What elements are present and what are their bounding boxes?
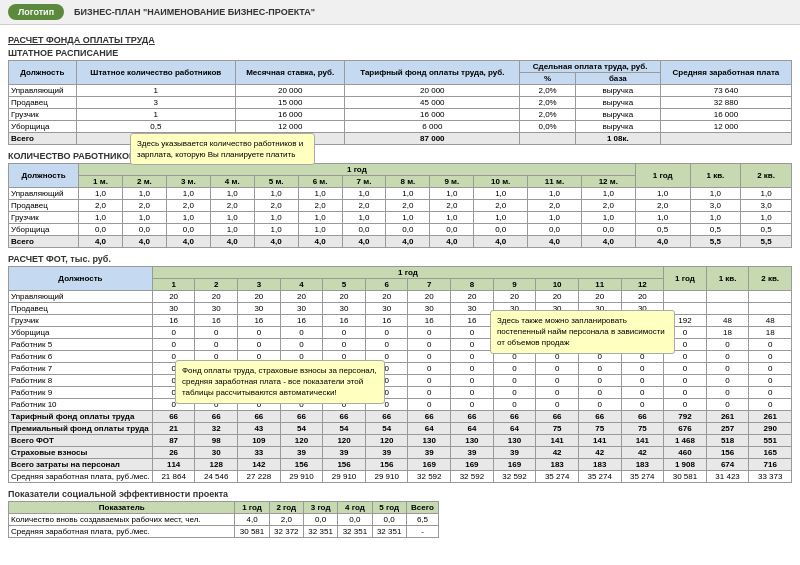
col-position: Должность	[9, 61, 77, 85]
premium-fund-row: Премиальный фонд оплаты труда 2132435454…	[9, 423, 792, 435]
total-row: Всего87 0001 08к.	[9, 133, 792, 145]
avg-salary-row: Средняя заработная плата, руб./мес. 21 8…	[9, 471, 792, 483]
fot-year1-header: 1 год	[152, 267, 663, 279]
annotation3: Фонд оплаты труда, страховые взносы за п…	[175, 360, 385, 404]
fot-col-q2: 2 кв.	[749, 267, 792, 291]
doc-title: БИЗНЕС-ПЛАН "НАИМЕНОВАНИЕ БИЗНЕС-ПРОЕКТА…	[74, 7, 315, 17]
ind-col-y2: 2 год	[269, 502, 303, 514]
section1-title: ШТАТНОЕ РАСПИСАНИЕ	[8, 48, 792, 58]
total-row: Всего 4,04,04,04,04,04,0 4,04,04,04,04,0…	[9, 236, 792, 248]
table-row: Количество вновь создаваемых рабочих мес…	[9, 514, 439, 526]
col-piecework: Сдельная оплата труда, руб.	[520, 61, 660, 73]
ind-col-y3: 3 год	[303, 502, 337, 514]
col-pos3: Должность	[9, 267, 153, 291]
table-row: Управляющий120 00020 0002,0%выручка73 64…	[9, 85, 792, 97]
table-row: Продавец 2,02,02,02,02,02,0 2,02,02,02,0…	[9, 200, 792, 212]
col-pct: %	[520, 73, 575, 85]
col-base: база	[575, 73, 660, 85]
year1-header: 1 год	[79, 164, 636, 176]
col-staff-count: Штатное количество работников	[76, 61, 236, 85]
main-content: РАСЧЕТ ФОНДА ОПЛАТЫ ТРУДА ШТАТНОЕ РАСПИС…	[0, 25, 800, 544]
annotation1: Здесь указывается количество работников …	[130, 133, 315, 165]
table-row: Управляющий 1,01,01,01,01,01,0 1,01,01,0…	[9, 188, 792, 200]
page-title: РАСЧЕТ ФОНДА ОПЛАТЫ ТРУДА	[8, 35, 792, 45]
col-q1: 1 кв.	[690, 164, 741, 188]
table-row: Работник 7 000000 000000 000	[9, 363, 792, 375]
workers-count-table: Должность 1 год 1 год 1 кв. 2 кв. 1 м.2 …	[8, 163, 792, 248]
top-bar: Логотип БИЗНЕС-ПЛАН "НАИМЕНОВАНИЕ БИЗНЕС…	[0, 0, 800, 25]
section4-title: Показатели социальной эффективности прое…	[8, 489, 792, 499]
table-row: Грузчик 1,01,01,01,01,01,0 1,01,01,01,01…	[9, 212, 792, 224]
ind-col-y4: 4 год	[338, 502, 372, 514]
section2-title: КОЛИЧЕСТВО РАБОТНИКОВ, чел.	[8, 151, 792, 161]
tariff-fund-row: Тарифный фонд оплаты труда 666666666666 …	[9, 411, 792, 423]
col-year1: 1 год	[635, 164, 690, 188]
col-tariff-fund: Тарифный фонд оплаты труда, руб.	[345, 61, 520, 85]
annotation2: Здесь также можно запланировать постепен…	[490, 310, 675, 354]
ind-col-indicator: Показатель	[9, 502, 235, 514]
col-avg-salary: Средняя заработная плата	[660, 61, 791, 85]
col-pos2: Должность	[9, 164, 79, 188]
total-staff-costs-row: Всего затраты на персонал 11412814215615…	[9, 459, 792, 471]
table-row: Грузчик116 00016 0002,0%выручка16 000	[9, 109, 792, 121]
col-monthly-rate: Месячная ставка, руб.	[236, 61, 345, 85]
ind-col-y1: 1 год	[235, 502, 269, 514]
table-row: Работник 10 000000 000000 000	[9, 399, 792, 411]
fot-col-year1: 1 год	[664, 267, 707, 291]
table-row: Уборщица 0,00,00,01,01,01,0 0,00,00,00,0…	[9, 224, 792, 236]
table-row: Управляющий 202020202020 202020202020	[9, 291, 792, 303]
table-row: Работник 8 000000 000000 000	[9, 375, 792, 387]
table-row: Уборщица0,512 0006 0000,0%выручка12 000	[9, 121, 792, 133]
table-row: Средняя заработная плата, руб./мес. 30 5…	[9, 526, 439, 538]
fot-table: Должность 1 год 1 год 1 кв. 2 кв. 123 45…	[8, 266, 792, 483]
col-q2: 2 кв.	[741, 164, 792, 188]
insurance-row: Страховые взносы 263033393939 3939394242…	[9, 447, 792, 459]
fot-col-q1: 1 кв.	[706, 267, 749, 291]
table-row: Продавец315 00045 0002,0%выручка32 880	[9, 97, 792, 109]
total-fot-row: Всего ФОТ 8798109120120120 1301301301411…	[9, 435, 792, 447]
indicators-table: Показатель 1 год 2 год 3 год 4 год 5 год…	[8, 501, 439, 538]
ind-col-y5: 5 год	[372, 502, 406, 514]
ind-col-total: Всего	[406, 502, 438, 514]
table-row: Работник 9 000000 000000 000	[9, 387, 792, 399]
logo-button[interactable]: Логотип	[8, 4, 64, 20]
section3-title: РАСЧЕТ ФОТ, тыс. руб.	[8, 254, 792, 264]
staffing-table: Должность Штатное количество работников …	[8, 60, 792, 145]
